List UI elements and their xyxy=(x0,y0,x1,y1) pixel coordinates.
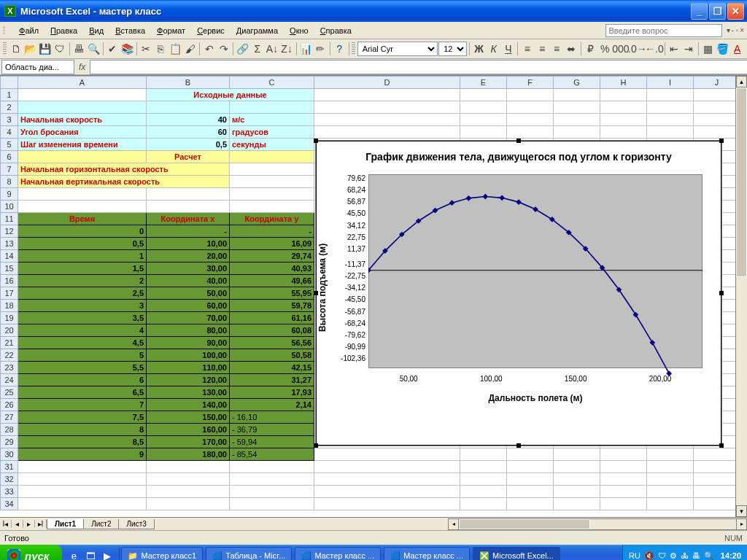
paste-icon[interactable]: 📋 xyxy=(169,41,182,57)
cell[interactable] xyxy=(460,461,507,473)
row-header[interactable]: 32 xyxy=(1,473,18,486)
cell[interactable] xyxy=(694,461,740,473)
tab-nav-first[interactable]: I◂ xyxy=(0,520,12,528)
row-header[interactable]: 8 xyxy=(1,176,18,188)
cell[interactable] xyxy=(647,448,694,461)
row-header[interactable]: 33 xyxy=(1,486,18,498)
cell[interactable] xyxy=(694,89,740,101)
cell[interactable]: 3,5 xyxy=(18,312,147,324)
tab-nav-next[interactable]: ▸ xyxy=(23,520,35,528)
cell[interactable]: Начальная скорость xyxy=(18,114,147,126)
align-center-icon[interactable]: ≡ xyxy=(535,41,549,57)
cell[interactable]: 30,00 xyxy=(147,262,230,275)
cell[interactable] xyxy=(230,473,314,486)
ql-desktop-icon[interactable]: 🗔 xyxy=(83,548,98,560)
cell[interactable] xyxy=(600,461,647,473)
merge-icon[interactable]: ⬌ xyxy=(565,41,578,57)
close-button[interactable]: ✕ xyxy=(727,3,744,20)
row-header[interactable]: 17 xyxy=(1,287,18,300)
row-header[interactable]: 11 xyxy=(1,213,18,225)
cell[interactable] xyxy=(314,498,460,510)
cell[interactable] xyxy=(554,126,600,139)
cell[interactable] xyxy=(147,473,230,486)
permission-icon[interactable]: 🛡 xyxy=(53,41,67,57)
hyperlink-icon[interactable]: 🔗 xyxy=(236,41,249,57)
system-tray[interactable]: RU 🔇 🛡 ⚙ 🖧 🖶 🔍 14:20 xyxy=(622,545,747,560)
comma-icon[interactable]: 000 xyxy=(613,41,629,57)
cell[interactable] xyxy=(460,473,507,486)
col-header-E[interactable]: E xyxy=(460,77,507,89)
taskbar-task[interactable]: ❎Microsoft Excel... xyxy=(473,547,560,560)
currency-icon[interactable]: ₽ xyxy=(584,41,597,57)
col-header-C[interactable]: C xyxy=(230,77,314,89)
cell[interactable]: 16,09 xyxy=(230,238,314,250)
cell[interactable] xyxy=(18,89,147,101)
cell[interactable] xyxy=(600,486,647,498)
underline-icon[interactable]: Ч xyxy=(501,41,515,57)
col-header-B[interactable]: B xyxy=(147,77,230,89)
cell[interactable] xyxy=(18,473,147,486)
cell[interactable]: 49,66 xyxy=(230,275,314,287)
format-painter-icon[interactable]: 🖌 xyxy=(183,41,197,57)
tray-icon[interactable]: 🖧 xyxy=(681,551,689,560)
cell[interactable]: 40,93 xyxy=(230,262,314,275)
drawing-icon[interactable]: ✏ xyxy=(314,41,328,57)
menu-Вставка[interactable]: Вставка xyxy=(109,24,151,37)
row-header[interactable]: 7 xyxy=(1,163,18,176)
row-header[interactable]: 29 xyxy=(1,436,18,448)
cell[interactable]: Исходные данные xyxy=(147,89,314,101)
cell[interactable]: Время xyxy=(18,213,147,225)
cell[interactable]: градусов xyxy=(230,126,314,139)
menu-Файл[interactable]: Файл xyxy=(13,24,44,37)
cell[interactable] xyxy=(460,114,507,126)
cell[interactable]: - 85,54 xyxy=(230,448,314,461)
tab-nav-prev[interactable]: ◂ xyxy=(12,520,23,528)
doc-minimize-button[interactable]: ▾ xyxy=(727,26,730,34)
row-header[interactable]: 16 xyxy=(1,275,18,287)
cell[interactable] xyxy=(507,461,554,473)
menu-Диаграмма[interactable]: Диаграмма xyxy=(231,24,284,37)
row-header[interactable]: 10 xyxy=(1,201,18,213)
cell[interactable] xyxy=(554,461,600,473)
cell[interactable]: 40 xyxy=(147,114,230,126)
doc-restore-button[interactable]: - ▫ xyxy=(732,26,739,34)
cell[interactable] xyxy=(230,188,314,201)
col-header-F[interactable]: F xyxy=(507,77,554,89)
cell[interactable] xyxy=(554,101,600,114)
cell[interactable]: 56,56 xyxy=(230,337,314,349)
cell[interactable] xyxy=(600,448,647,461)
tray-clock[interactable]: 14:20 xyxy=(721,551,741,560)
minimize-button[interactable]: _ xyxy=(691,3,708,20)
tray-icon[interactable]: 🛡 xyxy=(658,551,666,560)
cell[interactable] xyxy=(460,486,507,498)
cell[interactable]: 4,5 xyxy=(18,337,147,349)
cell[interactable] xyxy=(18,461,147,473)
row-header[interactable]: 1 xyxy=(1,89,18,101)
embedded-chart[interactable]: График движения тела, движущегося под уг… xyxy=(315,140,722,446)
tray-icon[interactable]: 🖶 xyxy=(692,551,700,560)
cell[interactable]: 31,27 xyxy=(230,374,314,386)
row-header[interactable]: 12 xyxy=(1,225,18,238)
cell[interactable] xyxy=(460,101,507,114)
cell[interactable] xyxy=(147,461,230,473)
cell[interactable] xyxy=(647,114,694,126)
col-header-A[interactable]: A xyxy=(18,77,147,89)
cell[interactable]: 6 xyxy=(18,374,147,386)
cell[interactable]: 60 xyxy=(147,126,230,139)
new-icon[interactable]: 🗋 xyxy=(9,41,23,57)
cell[interactable]: 6,5 xyxy=(18,386,147,399)
cell[interactable] xyxy=(554,114,600,126)
menu-Формат[interactable]: Формат xyxy=(151,24,191,37)
cell[interactable] xyxy=(18,498,147,510)
cell[interactable]: 5 xyxy=(18,349,147,362)
fx-icon[interactable]: fx xyxy=(79,62,85,72)
dec-indent-icon[interactable]: ⇤ xyxy=(667,41,681,57)
row-header[interactable]: 34 xyxy=(1,498,18,510)
maximize-button[interactable]: ❐ xyxy=(709,3,726,20)
row-header[interactable]: 6 xyxy=(1,151,18,163)
select-all-cell[interactable] xyxy=(1,77,18,89)
cell[interactable] xyxy=(554,448,600,461)
cell[interactable]: 2,14 xyxy=(230,399,314,411)
row-header[interactable]: 31 xyxy=(1,461,18,473)
taskbar-task[interactable]: 🟦Мастер класс ... xyxy=(295,547,381,560)
